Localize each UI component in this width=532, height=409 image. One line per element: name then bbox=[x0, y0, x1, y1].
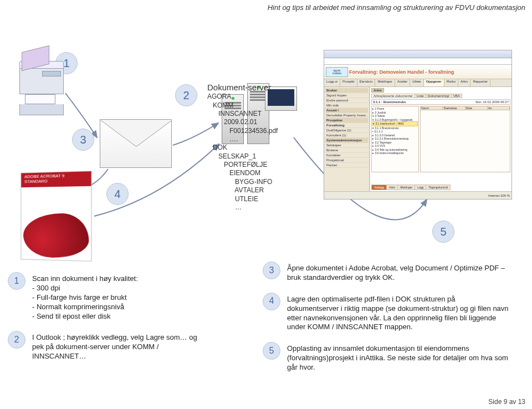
top-tab[interactable]: Arkiv bbox=[458, 79, 470, 86]
browser-titlebar bbox=[324, 50, 511, 58]
pane-info-row: 3.1.1 : Branninstruks Sist: 14.01.2009 0… bbox=[371, 99, 510, 105]
top-tab[interactable]: Meldinger bbox=[375, 79, 395, 86]
folder-tree[interactable]: ▸ 1 Frans▸ 2 Jordisk▾ 3 Telesk ▾ 3.1.0 B… bbox=[371, 106, 419, 172]
tree-item[interactable]: ▾ 3.1 Interkontroll – HMS bbox=[372, 121, 418, 126]
list-column-header[interactable]: Av bbox=[488, 106, 510, 110]
app-banner: agora inattika Forvaltning: Demoveien Ha… bbox=[324, 65, 511, 79]
top-tab[interactable]: Eiendom bbox=[357, 79, 376, 86]
list-column-header[interactable]: Size bbox=[466, 106, 488, 110]
step-row: 1Scan inn dokument i høy kvalitet: - 300… bbox=[32, 274, 198, 321]
step-text: Åpne dokumentet i Adobe Acrobat, velg Do… bbox=[287, 264, 509, 283]
sidebar-header: Prosjekter bbox=[325, 118, 368, 123]
steps-right-column: 3Åpne dokumentet i Adobe Acrobat, velg D… bbox=[287, 264, 509, 385]
tree-item[interactable]: ▸ 3.6 Andre installasjoner bbox=[372, 151, 418, 155]
browser-window: agora inattika Forvaltning: Demoveien Ha… bbox=[324, 50, 512, 200]
step-row: 4Lagre den optimaliserte pdf-filen i DOK… bbox=[287, 295, 509, 333]
bottom-tab[interactable]: Logg bbox=[415, 185, 426, 190]
top-tab[interactable]: Oppgaver bbox=[424, 79, 444, 86]
document-server-tree: Dokument-server AGORA KOMM INNSCANNET 20… bbox=[207, 82, 278, 212]
step-row: 2I Outlook ; høyreklikk vedlegg, velg La… bbox=[32, 333, 198, 361]
logo-bot: inattika bbox=[332, 72, 341, 75]
sidebar-item[interactable]: DueDiligence (1) bbox=[325, 128, 368, 133]
step-row: 3Åpne dokumentet i Adobe Acrobat, velg D… bbox=[287, 264, 509, 283]
step-number-badge: 3 bbox=[263, 262, 280, 279]
file-list[interactable]: NavnStørrelseSizeAv bbox=[420, 106, 510, 172]
app-logo: agora inattika bbox=[326, 67, 348, 77]
sidebar-item[interactable]: Endre passord bbox=[325, 98, 368, 103]
page-header: Hint og tips til arbeidet med innsamling… bbox=[268, 3, 525, 12]
document-server-title: Dokument-server bbox=[207, 82, 278, 93]
sidebar-header: Systemadministrasjon bbox=[325, 138, 368, 143]
sidebar-item[interactable]: Min side bbox=[325, 103, 368, 108]
step-row: 5Opplasting av innsamlet dokumentasjon t… bbox=[287, 344, 509, 372]
list-column-header[interactable]: Størrelse bbox=[443, 106, 465, 110]
document-server-lines: AGORA KOMM INNSCANNET 2009.02.01 F001234… bbox=[207, 93, 278, 212]
scanner-icon bbox=[19, 61, 64, 114]
step-text: Opplasting av innsamlet dokumentasjon ti… bbox=[287, 344, 509, 372]
top-tabs[interactable]: Logg utProsjektEiendomMeldingerAvtalerUt… bbox=[324, 79, 511, 87]
sidebar-item[interactable]: Partner bbox=[325, 163, 368, 168]
sidebar-item[interactable]: Sigurd Hopen bbox=[325, 93, 368, 98]
diagram-step-2: 2 bbox=[175, 84, 197, 106]
status-text: Internet 100 % bbox=[488, 194, 510, 197]
top-tab[interactable]: Prosjekt bbox=[340, 79, 357, 86]
pane-subtabs[interactable]: Arkivplasserte dokumenterListeDokumentmi… bbox=[371, 94, 510, 98]
banner-title: Forvaltning: Demoveien Handel - forvaltn… bbox=[349, 69, 454, 75]
sidebar-item[interactable]: Selskaper bbox=[325, 143, 368, 148]
main-pane: Arkiv Arkivplasserte dokumenterListeDoku… bbox=[370, 87, 511, 191]
bottom-tab[interactable]: Arkiv bbox=[386, 185, 398, 190]
sidebar-item[interactable]: Brukere bbox=[325, 148, 368, 153]
pane-doc-title: 3.1.1 : Branninstruks bbox=[373, 100, 406, 104]
pane-subtab[interactable]: Liste bbox=[415, 94, 426, 98]
step-number-badge: 2 bbox=[8, 331, 25, 349]
pane-subtab[interactable]: Dokumentmigr bbox=[426, 94, 452, 98]
top-tab[interactable]: Risiko bbox=[444, 79, 458, 86]
diagram-step-4: 4 bbox=[106, 183, 129, 205]
tree-item[interactable]: ▾ 3.1.0 Bygningsinfo – byggesak bbox=[372, 118, 418, 122]
top-tab[interactable]: Rapporter bbox=[470, 79, 490, 86]
diagram-step-5: 5 bbox=[432, 221, 454, 243]
sidebar-item[interactable]: Konsulent (1) bbox=[325, 133, 368, 138]
step-text: Lagre den optimaliserte pdf-filen i DOK … bbox=[287, 295, 509, 333]
pane-title: Arkiv bbox=[371, 88, 384, 93]
sidebar-item[interactable]: Kontakter bbox=[325, 153, 368, 158]
sidebar-item[interactable]: Demofeltet Property Invest… bbox=[325, 113, 368, 118]
adobe-acrobat-box-icon: ADOBE ACROBAT 9 STANDARD bbox=[21, 171, 91, 262]
sidebar-header: Bruker bbox=[325, 88, 368, 93]
step-number-badge: 1 bbox=[8, 272, 25, 290]
bottom-tabs[interactable]: VedleggArkivMeldingerLoggTilgangskontrol… bbox=[371, 185, 510, 190]
diagram-step-3: 3 bbox=[72, 129, 94, 151]
pane-doc-date: Sist: 14.01.2009 09:27 bbox=[475, 100, 509, 104]
sidebar-header: Ansatt i bbox=[325, 108, 368, 113]
pane-subtab[interactable]: VBA bbox=[451, 94, 462, 98]
step-number-badge: 4 bbox=[263, 293, 280, 310]
acrobat-box-label: ADOBE ACROBAT 9 STANDARD bbox=[24, 174, 64, 185]
bottom-tab[interactable]: Tilgangskontroll bbox=[426, 185, 451, 190]
bottom-tab[interactable]: Meldinger bbox=[397, 185, 415, 190]
sidebar-item[interactable]: Forvaltning bbox=[325, 123, 368, 128]
bottom-tab[interactable]: Vedlegg bbox=[371, 185, 387, 190]
top-tab[interactable]: Avtaler bbox=[395, 79, 411, 86]
sidebar[interactable]: BrukerSigurd HopenEndre passordMin sideA… bbox=[324, 87, 370, 191]
top-tab[interactable]: Logg ut bbox=[324, 79, 340, 86]
browser-address-bar[interactable] bbox=[324, 58, 511, 65]
step-text: I Outlook ; høyreklikk vedlegg, velg Lag… bbox=[32, 333, 198, 361]
browser-statusbar: Internet 100 % bbox=[324, 191, 511, 199]
step-text: Scan inn dokument i høy kvalitet: - 300 … bbox=[32, 274, 198, 321]
step-number-badge: 5 bbox=[263, 342, 280, 360]
envelope-icon bbox=[100, 119, 172, 168]
page-footer: Side 9 av 13 bbox=[488, 398, 525, 406]
file-list-header: NavnStørrelseSizeAv bbox=[421, 106, 510, 110]
list-column-header[interactable]: Navn bbox=[421, 106, 443, 110]
top-tab[interactable]: Utleie bbox=[410, 79, 423, 86]
steps-left-column: 1Scan inn dokument i høy kvalitet: - 300… bbox=[32, 274, 198, 374]
sidebar-item[interactable]: Prosjektmal bbox=[325, 158, 368, 163]
pane-subtab[interactable]: Arkivplasserte dokumenter bbox=[371, 94, 415, 98]
